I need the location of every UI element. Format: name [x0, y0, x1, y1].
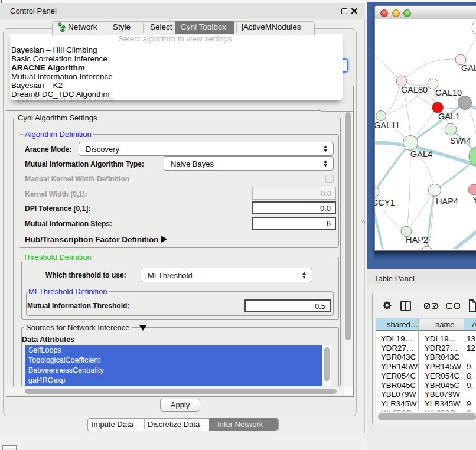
- svg-text:Y: Y: [472, 195, 476, 204]
- svg-text:GAL4: GAL4: [410, 149, 432, 159]
- svg-text:GAL11: GAL11: [375, 120, 400, 130]
- svg-text:SWI4: SWI4: [450, 136, 471, 145]
- svg-text:GAL80: GAL80: [401, 85, 428, 94]
- svg-text:GAL: GAL: [461, 63, 476, 73]
- svg-text:HAP2: HAP2: [406, 235, 428, 244]
- svg-text:GAL10: GAL10: [435, 88, 462, 97]
- svg-text:GAL1: GAL1: [438, 112, 460, 121]
- svg-text:HAP4: HAP4: [436, 197, 458, 206]
- svg-text:GCY1: GCY1: [375, 198, 395, 207]
